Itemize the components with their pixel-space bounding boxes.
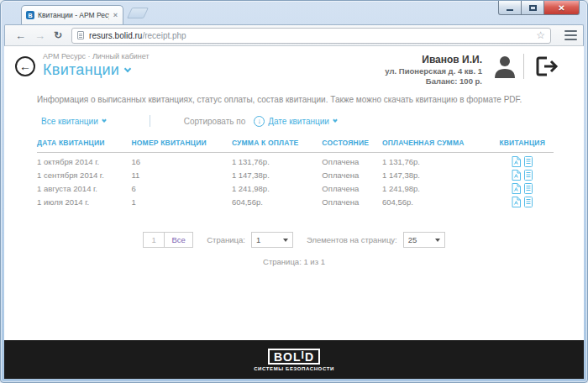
page-select[interactable]: 1 <box>251 232 293 248</box>
all-receipts-filter[interactable]: Все квитанции <box>41 117 98 126</box>
cell-status: Оплачена <box>322 157 382 166</box>
pdf-download-icon[interactable] <box>512 156 521 167</box>
address-bar[interactable]: resurs.bolid.ru/receipt.php ☆ <box>71 28 551 44</box>
close-icon: ✕ <box>558 3 564 13</box>
user-address: ул. Пионерская д. 4 кв. 1 <box>385 66 482 76</box>
table-row: 1 сентября 2014 г. 11 1 147,38р. Оплачен… <box>37 166 554 180</box>
page-title: Квитанции <box>43 61 119 79</box>
tab-strip: B Квитанции - АРМ Ресурс × ✕ <box>1 1 587 24</box>
receipt-details-icon[interactable] <box>524 197 533 207</box>
reload-icon[interactable]: ↻ <box>54 30 62 40</box>
maximize-icon <box>529 5 537 11</box>
site-favicon-icon: B <box>26 11 34 19</box>
filter-bar: Все квитанции Сортировать по ↓ Дате квит… <box>4 104 584 127</box>
logo-tagline: СИСТЕМЫ БЕЗОПАСНОСТИ <box>254 366 334 371</box>
pdf-download-icon[interactable] <box>512 170 521 181</box>
cell-date: 1 октября 2014 г. <box>37 157 131 166</box>
col-header-date[interactable]: ДАТА КВИТАНЦИИ <box>37 139 131 147</box>
page-footer: BOLID СИСТЕМЫ БЕЗОПАСНОСТИ <box>4 340 584 379</box>
tab-title: Квитанции - АРМ Ресурс <box>38 11 109 19</box>
breadcrumb: АРМ Ресурс · Личный кабинет <box>43 52 385 60</box>
window-controls: ✕ <box>498 1 580 15</box>
page-select-label: Страница: <box>207 235 245 244</box>
show-all-button[interactable]: Все <box>165 232 193 248</box>
cell-amount: 604,56р. <box>232 197 322 207</box>
tab-close-icon[interactable]: × <box>113 11 118 19</box>
cell-number: 11 <box>131 171 231 180</box>
user-info: Иванов И.И. ул. Пионерская д. 4 кв. 1 Ба… <box>385 54 482 86</box>
cell-amount: 1 241,98р. <box>232 184 322 193</box>
table-row: 1 октября 2014 г. 16 1 131,76р. Оплачена… <box>37 153 554 166</box>
col-header-receipt[interactable]: КВИТАНЦИЯ <box>491 139 554 147</box>
receipt-details-icon[interactable] <box>524 183 533 194</box>
new-tab-button[interactable] <box>127 8 149 18</box>
cell-number: 16 <box>131 157 231 166</box>
cell-status: Оплачена <box>322 197 382 207</box>
maximize-button[interactable] <box>522 1 544 15</box>
user-profile-icon[interactable] <box>492 54 517 82</box>
browser-window: B Квитанции - АРМ Ресурс × ✕ ← → ↻ resur… <box>0 0 588 383</box>
back-button[interactable]: ← <box>15 56 35 76</box>
logout-icon[interactable] <box>533 54 559 82</box>
col-header-number[interactable]: НОМЕР КВИТАНЦИИ <box>131 139 231 147</box>
cell-date: 1 августа 2014 г. <box>37 184 131 193</box>
logo-text: BOL <box>274 350 302 364</box>
page-header: ← АРМ Ресурс · Личный кабинет Квитанции … <box>4 46 584 86</box>
table-row: 1 августа 2014 г. 6 1 241,98р. Оплачена … <box>37 180 554 193</box>
cell-number: 6 <box>131 184 231 193</box>
close-button[interactable]: ✕ <box>544 1 580 15</box>
sort-field-dropdown[interactable]: Дате квитанции <box>268 117 329 126</box>
title-block: АРМ Ресурс · Личный кабинет Квитанции <box>43 52 385 79</box>
browser-toolbar: ← → ↻ resurs.bolid.ru/receipt.php ☆ <box>4 24 584 46</box>
cell-number: 1 <box>131 197 231 207</box>
bookmark-star-icon[interactable]: ☆ <box>536 29 545 41</box>
cell-paid: 1 241,98р. <box>382 184 491 193</box>
filter-divider <box>150 115 150 127</box>
cell-status: Оплачена <box>322 171 382 180</box>
col-header-amount[interactable]: СУММА К ОПЛАТЕ <box>232 139 322 147</box>
items-per-page-value: 25 <box>408 235 417 244</box>
user-balance: Баланс: 100 р. <box>385 76 482 86</box>
page-1-button[interactable]: 1 <box>143 232 165 248</box>
chevron-down-icon[interactable] <box>124 66 131 72</box>
chevron-down-icon[interactable] <box>102 118 107 123</box>
receipt-details-icon[interactable] <box>524 156 533 167</box>
page-icon <box>77 31 84 39</box>
dropdown-arrow-icon <box>435 239 440 242</box>
col-header-paid[interactable]: ОПЛАЧЕННАЯ СУММА <box>382 139 491 147</box>
forward-nav-icon[interactable]: → <box>34 30 45 41</box>
pdf-download-icon[interactable] <box>512 197 521 207</box>
cell-date: 1 сентября 2014 г. <box>37 171 131 180</box>
dropdown-arrow-icon <box>283 239 288 242</box>
cell-date: 1 июля 2014 г. <box>37 197 131 207</box>
pdf-download-icon[interactable] <box>512 183 521 194</box>
cell-paid: 1 131,76р. <box>382 157 491 166</box>
sort-by-label: Сортировать по <box>184 117 246 126</box>
sort-direction-icon[interactable]: ↓ <box>254 116 265 127</box>
page-summary: Страница: 1 из 1 <box>4 257 584 266</box>
chevron-down-icon[interactable] <box>333 118 338 123</box>
browser-tab[interactable]: B Квитанции - АРМ Ресурс × <box>21 5 123 24</box>
page-content: ← АРМ Ресурс · Личный кабинет Квитанции … <box>4 46 584 379</box>
cell-status: Оплачена <box>322 184 382 193</box>
url-path: /receipt.php <box>142 31 186 40</box>
browser-menu-icon[interactable] <box>564 29 577 42</box>
pagination-bar: 1 Все Страница: 1 Элементов на страницу:… <box>4 232 584 248</box>
items-per-page-select[interactable]: 25 <box>403 232 445 248</box>
cell-paid: 1 147,38р. <box>382 171 491 180</box>
receipts-table: ДАТА КВИТАНЦИИ НОМЕР КВИТАНЦИИ СУММА К О… <box>37 139 554 207</box>
minimize-button[interactable] <box>498 1 522 15</box>
back-arrow-icon: ← <box>19 60 31 73</box>
back-nav-icon[interactable]: ← <box>15 30 26 41</box>
receipt-details-icon[interactable] <box>524 170 533 181</box>
items-per-page-label: Элементов на страницу: <box>307 235 397 244</box>
minimize-icon <box>507 9 513 11</box>
cell-amount: 1 147,38р. <box>232 171 322 180</box>
col-header-status[interactable]: СОСТОЯНИЕ <box>322 139 382 147</box>
bolid-logo: BOLID <box>268 349 320 365</box>
cell-paid: 604,56р. <box>382 197 491 207</box>
user-name: Иванов И.И. <box>385 54 482 66</box>
logo-text-d: D <box>305 350 314 364</box>
header-divider <box>523 54 524 79</box>
page-select-value: 1 <box>256 235 260 244</box>
